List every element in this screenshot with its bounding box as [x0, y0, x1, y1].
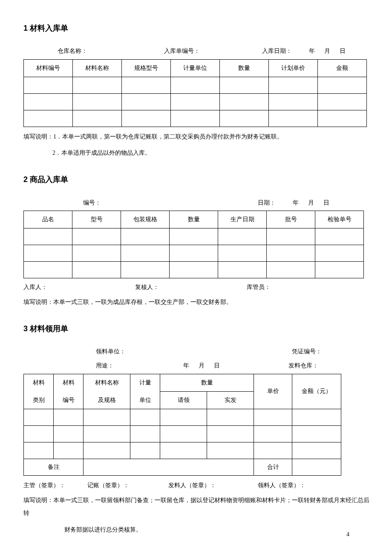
- warehouse-label: 发料仓库：: [288, 360, 318, 371]
- table-3: 材料 材料 材料名称 计量 数量 单价 金额（元） 类别 编号 及规格 单位 请…: [23, 374, 341, 476]
- th: 数量: [170, 211, 218, 228]
- th: 金额（元）: [292, 374, 341, 409]
- date-label: 入库日期：: [262, 46, 292, 56]
- table-row: [24, 425, 341, 442]
- table-row: [24, 245, 364, 261]
- table-row: [24, 442, 341, 459]
- th: 材料名称: [73, 59, 122, 77]
- table-row: [24, 261, 364, 278]
- th: 计划单价: [269, 59, 318, 77]
- month: 月: [324, 46, 330, 56]
- sign-c: 库管员：: [247, 282, 271, 292]
- th: 规格型号: [122, 59, 171, 77]
- th: 编号: [54, 391, 84, 409]
- th: 材料名称: [84, 374, 130, 391]
- th: 材料: [54, 374, 84, 391]
- section-3-meta-1: 领料单位： 凭证编号：: [23, 346, 375, 357]
- th: 材料: [24, 374, 54, 391]
- table-row: [24, 409, 341, 425]
- voucher-label: 凭证编号：: [292, 346, 322, 357]
- th: 型号: [72, 211, 121, 228]
- date-label: 日期：: [258, 197, 276, 208]
- th: 单位: [130, 391, 160, 409]
- table-2: 品名 型号 包装规格 数量 生产日期 批号 检验单号: [23, 211, 364, 278]
- year: 年: [183, 360, 189, 371]
- th: 及规格: [84, 391, 130, 409]
- section-3-note-2: 财务部据以进行总分类核算。: [64, 523, 375, 537]
- section-1-meta: 仓库名称： 入库单编号： 入库日期： 年 月 日: [23, 46, 375, 56]
- month: 月: [199, 360, 205, 371]
- day: 日: [214, 360, 288, 371]
- day: 日: [340, 46, 346, 56]
- table-row: [24, 228, 364, 245]
- th: 包装规格: [121, 211, 170, 228]
- section-3-note-1: 填写说明：本单一式三联，一联留领料部门备查；一联留仓库，据以登记材料物资明细账和…: [23, 494, 375, 520]
- th: 品名: [24, 211, 72, 228]
- unit-label: 领料单位：: [96, 346, 292, 357]
- sign-b: 复核人：: [135, 282, 159, 292]
- table-1: 材料编号 材料名称 规格型号 计量单位 数量 计划单价 金额: [23, 59, 367, 127]
- remark-cell: 备注: [24, 459, 84, 475]
- section-2-signatures: 入库人： 复核人： 库管员：: [23, 282, 271, 292]
- th: 生产日期: [218, 211, 267, 228]
- th: 材料编号: [24, 59, 73, 77]
- section-2-title: 2 商品入库单: [23, 173, 375, 186]
- th: 类别: [24, 391, 54, 409]
- table-row: [24, 77, 367, 93]
- section-1-note-1: 填写说明：1．本单一式两联，第一联为仓库记账联，第二联交采购员办理付款并作为财务…: [23, 130, 375, 144]
- usage-label: 用途：: [96, 360, 183, 371]
- table-row: [24, 110, 367, 127]
- th: 请领: [160, 391, 207, 409]
- table-row: [24, 93, 367, 110]
- page-number: 4: [346, 529, 349, 540]
- month: 月: [308, 197, 314, 208]
- section-1-title: 1 材料入库单: [23, 21, 375, 35]
- section-3-title: 3 材料领用单: [23, 322, 375, 335]
- year: 年: [309, 46, 315, 56]
- section-2-note: 填写说明：本单一式三联，一联为成品库存根，一联交生产部，一联交财务部。: [23, 296, 375, 309]
- section-2-meta: 编号： 日期： 年 月 日: [23, 197, 375, 208]
- th: 计量: [130, 374, 160, 391]
- th: 数量: [160, 374, 254, 391]
- th: 单价: [254, 374, 292, 409]
- th: 实发: [207, 391, 254, 409]
- section-1-note-2: 2．本单适用于成品以外的物品入库。: [52, 147, 375, 160]
- th: 计量单位: [171, 59, 220, 77]
- form-no-label: 编号：: [83, 197, 258, 208]
- form-no-label: 入库单编号：: [164, 46, 262, 56]
- sign-a: 入库人：: [23, 282, 47, 292]
- sign-a: 主管（签章）：: [23, 480, 87, 491]
- th: 检验单号: [315, 211, 364, 228]
- warehouse-label: 仓库名称：: [58, 46, 164, 56]
- section-3-signatures: 主管（签章）： 记账（签章）： 发料人（签章）： 领料人（签章）：: [23, 480, 341, 491]
- th: 金额: [318, 59, 367, 77]
- th: 批号: [267, 211, 315, 228]
- th: 数量: [220, 59, 269, 77]
- total-cell: 合计: [254, 459, 292, 475]
- sign-b: 记账（签章）：: [87, 480, 168, 491]
- day: 日: [323, 197, 329, 208]
- year: 年: [293, 197, 299, 208]
- sign-d: 领料人（签章）：: [258, 480, 306, 491]
- table-row-remark: 备注 合计: [24, 459, 341, 475]
- section-3-meta-2: 用途： 年 月 日 发料仓库：: [23, 360, 375, 371]
- sign-c: 发料人（签章）：: [168, 480, 258, 491]
